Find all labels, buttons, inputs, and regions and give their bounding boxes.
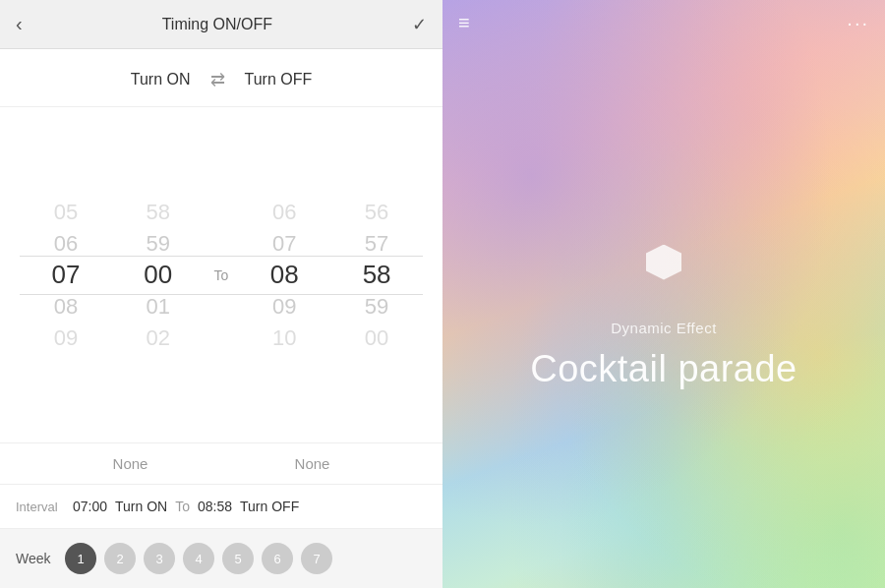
start-hour-prev2: 05 (20, 197, 112, 228)
hexagon-icon (646, 245, 681, 280)
time-picker-section: 05 06 07 08 09 58 59 00 01 02 To 06 07 (0, 107, 442, 442)
effect-name: Cocktail parade (530, 348, 797, 390)
end-min-next1: 59 (330, 291, 423, 323)
toggle-section: Turn ON ⇄ Turn OFF (0, 49, 442, 107)
week-day-7[interactable]: 7 (301, 543, 332, 574)
toggle-arrows-icon[interactable]: ⇄ (210, 69, 225, 90)
week-day-3[interactable]: 3 (144, 543, 175, 574)
none-section: None None (0, 442, 442, 484)
turn-off-label[interactable]: Turn OFF (245, 71, 313, 88)
week-section: Week 1 2 3 4 5 6 7 (0, 529, 442, 588)
start-hour-next1: 08 (20, 291, 112, 323)
end-min-prev2: 56 (330, 197, 423, 228)
end-minute-col[interactable]: 56 57 58 59 00 (330, 197, 423, 354)
interval-label: Interval (16, 500, 65, 514)
week-day-2[interactable]: 2 (104, 543, 136, 574)
interval-start-time: 07:00 (73, 499, 107, 514)
left-panel: ‹ Timing ON/OFF ✓ Turn ON ⇄ Turn OFF 05 … (0, 0, 442, 588)
interval-turn-on: Turn ON (115, 499, 167, 514)
start-hour-selected: 07 (20, 260, 112, 291)
start-min-selected: 00 (112, 260, 205, 291)
week-day-6[interactable]: 6 (262, 543, 293, 574)
none-left[interactable]: None (113, 455, 148, 472)
right-content: Dynamic Effect Cocktail parade (442, 46, 885, 588)
to-separator: To (210, 267, 233, 283)
more-options-icon[interactable]: ··· (847, 12, 869, 34)
start-hour-next2: 09 (20, 323, 112, 354)
week-day-5[interactable]: 5 (222, 543, 254, 574)
interval-to: To (175, 499, 190, 514)
header: ‹ Timing ON/OFF ✓ (0, 0, 442, 49)
end-hour-prev1: 07 (238, 228, 330, 260)
week-day-4[interactable]: 4 (183, 543, 214, 574)
end-hour-next2: 10 (238, 323, 330, 354)
start-min-next2: 02 (112, 323, 205, 354)
end-min-next2: 00 (330, 323, 423, 354)
none-right[interactable]: None (295, 455, 330, 472)
end-hour-selected: 08 (238, 260, 330, 291)
end-hour-prev2: 06 (238, 197, 330, 228)
end-min-prev1: 57 (330, 228, 423, 260)
turn-on-label[interactable]: Turn ON (131, 71, 191, 88)
effect-label: Dynamic Effect (611, 320, 717, 336)
right-header: ≡ ··· (442, 0, 885, 46)
interval-turn-off: Turn OFF (240, 499, 299, 514)
week-day-1[interactable]: 1 (65, 543, 96, 574)
right-panel: ≡ ··· Dynamic Effect Cocktail parade (442, 0, 885, 588)
start-min-prev1: 59 (112, 228, 205, 260)
page-title: Timing ON/OFF (162, 16, 272, 33)
start-hour-col[interactable]: 05 06 07 08 09 (20, 197, 112, 354)
start-min-prev2: 58 (112, 197, 205, 228)
end-hour-col[interactable]: 06 07 08 09 10 (238, 197, 330, 354)
interval-section: Interval 07:00 Turn ON To 08:58 Turn OFF (0, 484, 442, 529)
end-min-selected: 58 (330, 260, 423, 291)
interval-end-time: 08:58 (198, 499, 232, 514)
week-days: 1 2 3 4 5 6 7 (65, 543, 332, 574)
confirm-button[interactable]: ✓ (412, 14, 427, 35)
week-label: Week (16, 551, 55, 566)
start-hour-prev1: 06 (20, 228, 112, 260)
hamburger-icon[interactable]: ≡ (458, 12, 470, 34)
start-minute-col[interactable]: 58 59 00 01 02 (112, 197, 205, 354)
start-min-next1: 01 (112, 291, 205, 323)
end-hour-next1: 09 (238, 291, 330, 323)
back-button[interactable]: ‹ (16, 13, 23, 35)
